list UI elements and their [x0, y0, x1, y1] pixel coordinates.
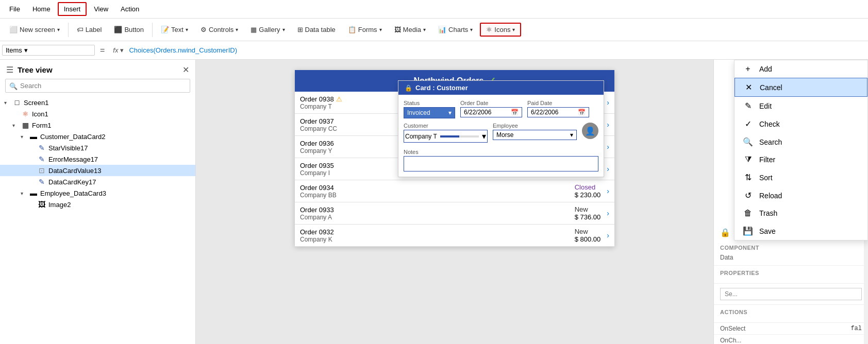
charts-button[interactable]: 📊 Charts ▾ [433, 24, 478, 36]
controls-button[interactable]: ⚙ Controls ▾ [195, 24, 243, 36]
icon-item-add[interactable]: + Add [735, 60, 867, 78]
status-select[interactable]: Invoiced ▾ [404, 107, 455, 118]
employee-photo: 👤 [582, 123, 598, 139]
order-row-0933[interactable]: Order 0933 Company A New $ 736.00 › [295, 202, 614, 225]
paid-date-field: Paid Date 6/22/2006 📅 [527, 100, 589, 118]
toolbar-sep-2 [152, 23, 153, 37]
icons-dropdown: + Add ✕ Cancel ✎ Edit ✓ Check 🔍 Search ⧩ [734, 60, 868, 240]
properties-section: PROPERTIES [714, 266, 868, 284]
icon-item-filter[interactable]: ⧩ Filter [735, 151, 867, 168]
gallery-icon: ▦ [251, 26, 257, 33]
edit-icon: ✎ [37, 144, 46, 152]
tree-node-icon1[interactable]: ⚛ Icon1 [0, 108, 195, 119]
card-body: Status Invoiced ▾ Order Date 6/22/2006 📅 [398, 95, 604, 177]
equals-symbol: = [97, 46, 108, 55]
customer-label: Customer [404, 123, 488, 129]
component-label: COMPONENT [720, 245, 862, 251]
search-section [714, 284, 868, 305]
tree-node-customer-datacard2[interactable]: ▾ ▬ Customer_DataCard2 [0, 131, 195, 142]
tree-node-datacardkey17[interactable]: ✎ DataCardKey17 [0, 176, 195, 187]
row-arrow-icon: › [607, 165, 609, 173]
expand-arrow: ▾ [21, 191, 27, 196]
menu-action[interactable]: Action [115, 3, 144, 15]
onselect-value: fal [749, 325, 862, 332]
sort-icon: ⇅ [743, 173, 753, 182]
tree-node-screen1[interactable]: ▾ □ Screen1 [0, 97, 195, 108]
fx-button[interactable]: fx ▾ [110, 46, 127, 54]
onchange-label: OnCh... [720, 337, 741, 344]
button-button[interactable]: ⬛ Button [109, 24, 149, 36]
icon-item-reload[interactable]: ↺ Reload [735, 186, 867, 204]
edit-icon: ✎ [743, 101, 753, 111]
icon-item-save[interactable]: 💾 Save [735, 222, 867, 240]
tree-search-input[interactable] [5, 79, 190, 93]
row-arrow-icon: › [607, 121, 609, 129]
tree-node-employee-datacard3[interactable]: ▾ ▬ Employee_DataCard3 [0, 187, 195, 199]
onselect-label: OnSelect [720, 325, 745, 332]
icon-item-trash[interactable]: 🗑 Trash [735, 204, 867, 222]
right-search-input[interactable] [720, 288, 862, 300]
order-date-input[interactable]: 6/22/2006 📅 [460, 107, 522, 117]
data-table-button[interactable]: ⊞ Data table [292, 24, 341, 36]
icon-item-edit[interactable]: ✎ Edit [735, 97, 867, 115]
order-row-0934[interactable]: Order 0934 Company BB Closed $ 230.00 › [295, 180, 614, 202]
screen-icon: □ [12, 98, 22, 107]
menu-home[interactable]: Home [27, 3, 56, 15]
actions-section: ACTIONS [714, 305, 868, 323]
order-date-label: Order Date [460, 100, 522, 106]
label-button[interactable]: 🏷 Label [72, 24, 107, 36]
label-icon: 🏷 [77, 26, 84, 33]
media-button[interactable]: 🖼 Media ▾ [389, 24, 431, 36]
datacard-icon: ▬ [29, 132, 38, 141]
tree-node-starvisible17[interactable]: ✎ StarVisible17 [0, 142, 195, 153]
menu-view[interactable]: View [89, 3, 113, 15]
customer-select[interactable]: Company T ▾ [404, 130, 488, 143]
lock-purple-icon: 🔒 [720, 228, 730, 237]
tree-node-image2[interactable]: 🖼 Image2 [0, 199, 195, 210]
status-label: Status [404, 100, 455, 106]
expand-arrow: ▾ [4, 100, 10, 106]
tree-close-button[interactable]: ✕ [182, 65, 189, 75]
check-icon: ✓ [743, 119, 753, 129]
tree-node-datacardvalue13[interactable]: ⊡ DataCardValue13 [0, 165, 195, 176]
notes-input[interactable] [404, 156, 598, 171]
forms-button[interactable]: 📋 Forms ▾ [343, 24, 387, 36]
text-button[interactable]: 📝 Text ▾ [156, 24, 193, 36]
tree-view-title: Tree view [18, 65, 178, 74]
notes-label: Notes [404, 149, 419, 155]
menu-bar: File Home Insert View Action [0, 0, 868, 19]
tree-header: ☰ Tree view ✕ [0, 60, 195, 79]
customer-field: Customer Company T ▾ [404, 123, 488, 143]
icons-button[interactable]: ⚛ Icons ▾ [480, 23, 521, 37]
media-icon: 🖼 [394, 26, 401, 33]
canvas-area: Northwind Orders ✓ Order 0938 ⚠ Company … [196, 60, 713, 344]
menu-insert[interactable]: Insert [58, 2, 87, 16]
menu-file[interactable]: File [4, 3, 25, 15]
tree-node-form1[interactable]: ▾ ▦ Form1 [0, 119, 195, 131]
icons-icon: ⚛ [486, 26, 492, 33]
icon-item-check[interactable]: ✓ Check [735, 115, 867, 133]
image-icon: 🖼 [37, 200, 46, 209]
card-title: Card : Customer [415, 84, 468, 92]
warning-icon: ⚠ [336, 95, 342, 103]
new-screen-button[interactable]: ⬜ New screen ▾ [4, 24, 65, 36]
notes-row: Notes [404, 147, 598, 171]
forms-icon: 📋 [348, 26, 356, 33]
employee-select[interactable]: Morse ▾ [493, 130, 577, 140]
row-arrow-icon: › [607, 143, 609, 151]
formula-dropdown[interactable]: Items ▾ [2, 45, 95, 56]
icon-item-sort[interactable]: ⇅ Sort [735, 168, 867, 186]
order-row-0932[interactable]: Order 0932 Company K New $ 800.00 › [295, 225, 614, 247]
tree-node-errormessage17[interactable]: ✎ ErrorMessage17 [0, 153, 195, 165]
controls-icon: ⚙ [201, 26, 207, 33]
tree-panel: ☰ Tree view ✕ 🔍 ▾ □ Screen1 ⚛ Icon1 ▾ [0, 60, 196, 344]
icon-item-cancel[interactable]: ✕ Cancel [735, 78, 867, 97]
icon-item-search[interactable]: 🔍 Search [735, 133, 867, 151]
paid-date-input[interactable]: 6/22/2006 📅 [527, 107, 589, 117]
card-row-1: Status Invoiced ▾ Order Date 6/22/2006 📅 [404, 100, 598, 118]
card-row-2: Customer Company T ▾ Employee Morse [404, 123, 598, 143]
gallery-button[interactable]: ▦ Gallery ▾ [245, 24, 290, 36]
datacard-icon: ▬ [29, 189, 38, 197]
hamburger-icon[interactable]: ☰ [6, 65, 13, 75]
properties-label: PROPERTIES [720, 270, 862, 276]
